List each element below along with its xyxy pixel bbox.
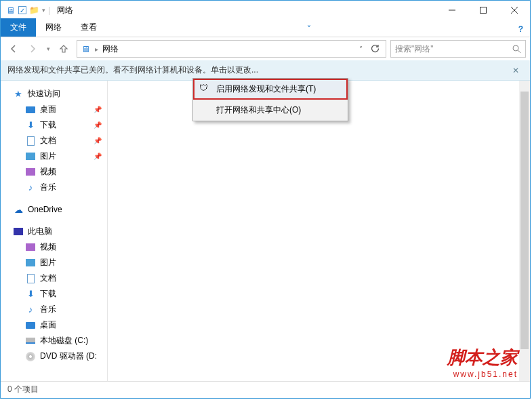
sidebar-item-downloads[interactable]: ⬇下载📌 (1, 117, 107, 133)
videos-icon (26, 168, 35, 176)
shield-icon: 🛡 (199, 83, 208, 93)
close-button[interactable] (499, 1, 530, 20)
document-icon (27, 136, 35, 146)
sidebar-item-onedrive[interactable]: ☁OneDrive (1, 202, 107, 217)
menu-item-open-sharing-center[interactable]: 打开网络和共享中心(O) (193, 100, 348, 121)
sidebar-item-label: 桌面 (40, 104, 56, 115)
sidebar-item-label: 快速访问 (28, 88, 60, 100)
maximize-button[interactable] (468, 1, 499, 20)
navigation-row: ▾ 🖥 ▸ 网络 ˅ 搜索"网络" (1, 37, 530, 60)
qat-dropdown-icon[interactable]: ▾ (42, 7, 45, 14)
sidebar-item-pc-documents[interactable]: 文档 (1, 271, 107, 286)
sidebar-item-label: 下载 (40, 288, 56, 300)
arrow-left-icon (8, 43, 19, 54)
minimize-icon (449, 7, 455, 14)
download-icon: ⬇ (25, 289, 36, 300)
status-item-count: 0 个项目 (7, 384, 39, 395)
menu-item-label: 打开网络和共享中心(O) (216, 105, 301, 115)
sidebar-item-label: 本地磁盘 (C:) (40, 335, 88, 346)
desktop-icon (26, 106, 35, 113)
sidebar-item-videos[interactable]: 视频 (1, 164, 107, 180)
pin-icon: 📌 (94, 137, 102, 144)
pc-icon (14, 228, 23, 235)
sidebar-item-this-pc[interactable]: 此电脑 (1, 224, 107, 239)
pin-icon: 📌 (94, 153, 102, 160)
minimize-button[interactable] (436, 1, 468, 20)
music-icon: ♪ (25, 304, 36, 315)
folder-icon: 📁 (29, 5, 39, 15)
sidebar-item-pc-pictures[interactable]: 图片 (1, 255, 107, 271)
forward-button[interactable] (24, 40, 41, 58)
search-placeholder: 搜索"网络" (395, 43, 512, 55)
menu-item-label: 启用网络发现和文件共享(T) (216, 84, 316, 94)
sidebar-item-pc-downloads[interactable]: ⬇下载 (1, 286, 107, 302)
sidebar-item-label: 下载 (40, 119, 56, 131)
sidebar-item-quick-access[interactable]: ★快速访问 (1, 86, 107, 102)
svg-rect-1 (480, 7, 487, 14)
pin-icon: 📌 (94, 121, 102, 129)
window-title: 网络 (57, 5, 73, 16)
breadcrumb[interactable]: 网络 (102, 43, 119, 55)
sidebar-item-pc-videos[interactable]: 视频 (1, 239, 107, 255)
svg-point-4 (513, 45, 518, 51)
pictures-icon (26, 153, 35, 160)
sidebar-item-local-disk[interactable]: 本地磁盘 (C:) (1, 333, 107, 348)
sidebar-item-label: DVD 驱动器 (D: (40, 351, 97, 362)
sidebar-item-pc-music[interactable]: ♪音乐 (1, 302, 107, 317)
search-input[interactable]: 搜索"网络" (390, 40, 526, 58)
cloud-icon: ☁ (13, 204, 24, 215)
sidebar-item-label: 视频 (40, 166, 56, 178)
menu-item-enable-discovery[interactable]: 🛡 启用网络发现和文件共享(T) (193, 79, 348, 100)
qat-separator: | (48, 5, 50, 15)
sidebar-item-label: OneDrive (28, 205, 62, 214)
sidebar-item-pictures[interactable]: 图片📌 (1, 148, 107, 164)
notification-close-icon[interactable]: ✕ (508, 66, 523, 75)
ribbon-tabs: 文件 网络 查看 ˅ ? (1, 20, 530, 37)
notification-text: 网络发现和文件共享已关闭。看不到网络计算机和设备。单击以更改... (7, 64, 258, 76)
videos-icon (26, 243, 35, 251)
sidebar-item-pc-desktop[interactable]: 桌面 (1, 317, 107, 333)
search-icon (512, 45, 521, 54)
dvd-icon (26, 352, 35, 361)
sidebar-item-label: 文档 (40, 135, 56, 146)
sidebar-item-music[interactable]: ♪音乐 (1, 180, 107, 195)
close-icon (511, 7, 518, 14)
sidebar-item-label: 桌面 (40, 319, 56, 331)
hdd-icon (26, 338, 35, 344)
tab-view[interactable]: 查看 (71, 18, 106, 37)
refresh-icon (370, 44, 380, 54)
up-button[interactable] (55, 40, 73, 58)
sidebar-item-label: 音乐 (40, 182, 56, 193)
breadcrumb-chevron-icon: ▸ (95, 45, 98, 53)
app-icon: 🖥 (5, 5, 16, 16)
sidebar-item-label: 图片 (40, 257, 56, 268)
sidebar-item-label: 此电脑 (28, 226, 52, 237)
sidebar-item-label: 视频 (40, 241, 56, 253)
svg-line-5 (518, 50, 520, 53)
pin-icon: 📌 (94, 106, 102, 113)
sidebar-item-desktop[interactable]: 桌面📌 (1, 102, 107, 117)
title-bar: 🖥 ✓ 📁 ▾ | 网络 (1, 1, 530, 20)
ribbon-expand-icon[interactable]: ˅ (300, 22, 318, 37)
tab-network[interactable]: 网络 (36, 18, 71, 37)
sidebar-item-label: 文档 (40, 273, 56, 284)
help-icon[interactable]: ? (512, 22, 530, 37)
address-bar[interactable]: 🖥 ▸ 网络 ˅ (77, 40, 386, 58)
address-dropdown-icon[interactable]: ˅ (359, 45, 363, 53)
download-icon: ⬇ (25, 120, 36, 131)
tab-file[interactable]: 文件 (1, 18, 36, 37)
sidebar-item-dvd-drive[interactable]: DVD 驱动器 (D: (1, 348, 107, 364)
back-button[interactable] (5, 40, 22, 58)
context-menu: 🛡 启用网络发现和文件共享(T) 打开网络和共享中心(O) (192, 78, 348, 121)
network-icon: 🖥 (80, 43, 91, 54)
content-pane (108, 81, 530, 381)
desktop-icon (26, 322, 35, 329)
quick-checkbox-icon[interactable]: ✓ (18, 6, 26, 14)
status-bar: 0 个项目 (1, 381, 530, 397)
history-dropdown[interactable]: ▾ (43, 40, 54, 58)
navigation-pane: ★快速访问 桌面📌 ⬇下载📌 文档📌 图片📌 视频 ♪音乐 ☁OneDrive … (1, 81, 108, 381)
refresh-button[interactable] (367, 41, 383, 57)
star-icon: ★ (13, 89, 24, 100)
arrow-right-icon (27, 43, 38, 54)
sidebar-item-documents[interactable]: 文档📌 (1, 133, 107, 148)
